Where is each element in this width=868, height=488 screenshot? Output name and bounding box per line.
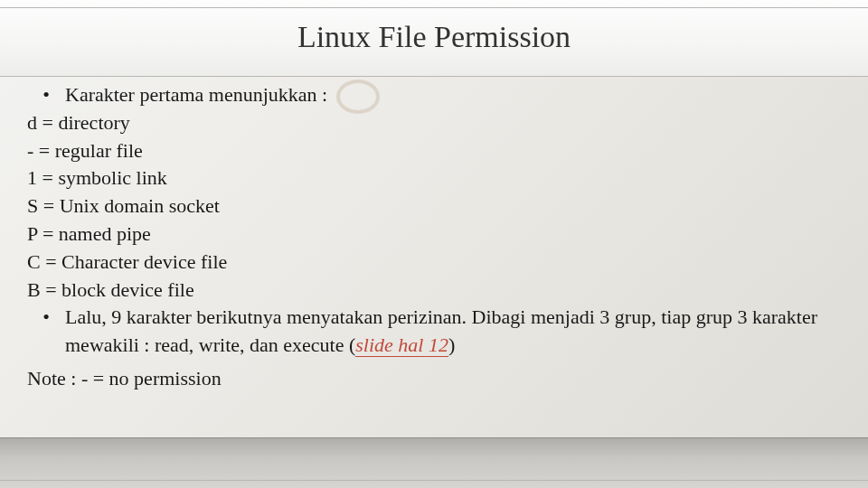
note-line: Note : - = no permission [27,365,841,393]
bullet-item: •Lalu, 9 karakter berikutnya menyatakan … [27,304,841,360]
definition-line: P = named pipe [27,221,841,249]
slide-content: •Karakter pertama menunjukkan : d = dire… [27,81,841,393]
divider-line [0,76,868,77]
bullet-text: Lalu, 9 karakter berikutnya menyatakan p… [65,304,837,360]
bullet-glyph: • [27,81,65,109]
slide: Linux File Permission •Karakter pertama … [0,0,868,488]
definition-line: C = Character device file [27,249,841,277]
text-fragment: ) [448,333,455,356]
definition-line: B = block device file [27,277,841,305]
divider-line [0,437,868,438]
divider-line [0,480,868,481]
definition-line: - = regular file [27,137,841,165]
definition-line: d = directory [27,109,841,137]
divider-line [0,7,868,8]
bullet-text: Karakter pertama menunjukkan : [65,81,837,109]
slide-reference-link[interactable]: slide hal 12 [355,333,448,357]
definition-line: S = Unix domain socket [27,192,841,221]
bullet-item: •Karakter pertama menunjukkan : [27,81,841,109]
definition-line: 1 = symbolic link [27,164,841,192]
slide-title: Linux File Permission [0,20,868,54]
bullet-glyph: • [27,304,65,332]
